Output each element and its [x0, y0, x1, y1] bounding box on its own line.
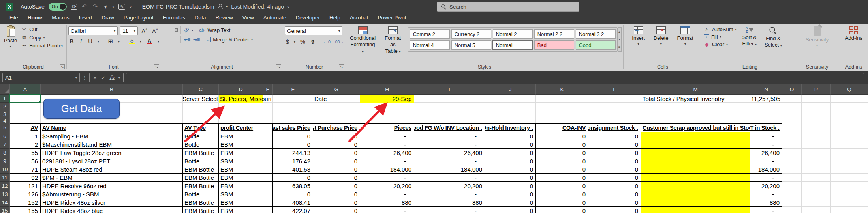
table-cell-E9[interactable] — [263, 157, 273, 165]
table-cell-L14[interactable]: 0 — [588, 198, 641, 207]
touch-mode-caret-icon[interactable]: ∨ — [112, 5, 115, 9]
cell-C1[interactable]: Server Select — [183, 95, 219, 103]
grid-cell-Q11[interactable] — [831, 174, 868, 182]
table-cell-G10[interactable]: 0 — [313, 165, 360, 174]
grid-cell-C3[interactable] — [183, 110, 219, 118]
find-select-button[interactable]: Find &Select ▾ — [762, 25, 784, 50]
row-header-10[interactable]: 10 — [0, 165, 10, 174]
grid-cell-O7[interactable] — [782, 140, 802, 149]
gallery-up-icon[interactable]: ▴ — [618, 30, 620, 34]
table-cell-A5[interactable]: AV — [10, 123, 41, 132]
grid-cell-O8[interactable] — [782, 149, 802, 157]
column-header-D[interactable]: D — [219, 84, 263, 95]
table-cell-B15[interactable]: HDPE Ridex 48oz blue — [41, 207, 183, 213]
increase-indent-button[interactable]: ⇥≡ — [193, 37, 200, 42]
table-cell-M5[interactable]: Customer Scrap approved but still in Sto… — [641, 123, 750, 132]
grid-cell-D2[interactable] — [219, 103, 263, 110]
table-cell-C10[interactable]: EBM Bottle — [183, 165, 219, 174]
orientation-button[interactable]: ab — [182, 26, 190, 34]
grid-cell-P10[interactable] — [802, 165, 831, 174]
grid-cell-P13[interactable] — [802, 190, 831, 198]
excel-logo-icon[interactable]: X — [6, 3, 13, 11]
tab-insert[interactable]: Insert — [75, 13, 96, 23]
style-normal-2[interactable]: Normal 2 — [493, 29, 533, 39]
table-cell-M8[interactable] — [641, 149, 750, 157]
table-cell-J11[interactable]: 0 — [485, 174, 536, 182]
table-cell-C11[interactable]: EBM Bottle — [183, 174, 219, 182]
table-cell-I14[interactable]: 880 — [414, 198, 485, 207]
row-header-7[interactable]: 7 — [0, 140, 10, 149]
table-cell-K10[interactable]: 0 — [536, 165, 588, 174]
table-cell-N13[interactable]: - — [750, 190, 782, 198]
table-cell-L13[interactable]: 0 — [588, 190, 641, 198]
grid-cell-L1[interactable] — [588, 95, 641, 103]
grid-cell-J1[interactable] — [485, 95, 536, 103]
grid-cell-O15[interactable] — [782, 207, 802, 213]
grid-cell-O1[interactable] — [782, 95, 802, 103]
cell-G1[interactable]: Date — [314, 95, 361, 103]
align-left-button[interactable] — [163, 38, 166, 41]
table-cell-C14[interactable]: EBM Bottle — [183, 198, 219, 207]
grid-cell-K4[interactable] — [536, 118, 588, 123]
table-cell-G13[interactable]: 0 — [313, 190, 360, 198]
table-cell-D15[interactable]: EBM — [219, 207, 263, 213]
grid-cell-Q6[interactable] — [831, 132, 868, 140]
font-dialog-launcher-icon[interactable]: ↘ — [154, 64, 159, 69]
table-cell-J14[interactable]: 0 — [485, 198, 536, 207]
table-cell-A10[interactable]: 71 — [10, 165, 41, 174]
table-cell-A8[interactable]: 55 — [10, 149, 41, 157]
grid-cell-A4[interactable] — [10, 118, 41, 123]
tab-developer[interactable]: Developer — [292, 13, 324, 23]
row-header-9[interactable]: 9 — [0, 157, 10, 165]
style-normal-2-2[interactable]: Normal 2 2 — [534, 29, 574, 39]
tab-view[interactable]: View — [239, 13, 258, 23]
table-cell-A15[interactable]: 155 — [10, 207, 41, 213]
row-header-5[interactable]: 5 — [0, 123, 10, 132]
grid-cell-A2[interactable] — [10, 103, 41, 110]
grid-cell-O11[interactable] — [782, 174, 802, 182]
table-cell-D13[interactable]: SBM — [219, 190, 263, 198]
table-cell-G11[interactable]: 0 — [313, 174, 360, 182]
font-size-combo[interactable]: 11▾ — [120, 26, 138, 35]
name-box[interactable]: A1 ▾ — [2, 73, 80, 82]
comma-style-button[interactable]: 9 — [310, 39, 316, 45]
italic-button[interactable]: I — [79, 38, 83, 45]
touch-mode-icon[interactable]: ➤ — [102, 3, 109, 10]
grid-cell-A3[interactable] — [10, 110, 41, 118]
table-cell-G5[interactable]: Last Purchase Price — [313, 123, 360, 132]
column-header-P[interactable]: P — [802, 84, 831, 95]
tab-file[interactable]: File — [6, 13, 22, 23]
grid-cell-P15[interactable] — [802, 207, 831, 213]
grid-cell-G4[interactable] — [313, 118, 360, 123]
table-cell-A7[interactable]: 2 — [10, 140, 41, 149]
table-cell-B7[interactable]: $Maschinenstillstand EBM — [41, 140, 183, 149]
table-cell-B12[interactable]: HDPE Resolve 96oz red — [41, 182, 183, 190]
grid-cell-I4[interactable] — [414, 118, 485, 123]
grid-cell-P14[interactable] — [802, 198, 831, 207]
table-cell-K13[interactable]: 0 — [536, 190, 588, 198]
grid-cell-P4[interactable] — [802, 118, 831, 123]
bold-button[interactable]: B — [68, 38, 75, 45]
decrease-font-button[interactable]: A˅ — [151, 28, 159, 34]
table-cell-E13[interactable] — [263, 190, 273, 198]
grid-cell-N2[interactable] — [750, 103, 782, 110]
grid-cell-J3[interactable] — [485, 110, 536, 118]
undo-icon[interactable]: ↶ — [81, 4, 88, 10]
grid-cell-F2[interactable] — [273, 103, 313, 110]
grid-cell-P8[interactable] — [802, 149, 831, 157]
underline-caret-icon[interactable]: ▾ — [98, 40, 99, 43]
table-cell-H13[interactable]: - — [360, 190, 414, 198]
currency-caret-icon[interactable]: ▾ — [294, 40, 295, 44]
enter-icon[interactable]: ✓ — [101, 75, 105, 81]
table-cell-G15[interactable]: 0 — [313, 207, 360, 213]
paste-button[interactable]: Paste ▾ — [2, 25, 19, 50]
grid-cell-P1[interactable] — [802, 95, 831, 103]
grid-cell-K1[interactable] — [536, 95, 588, 103]
row-header-12[interactable]: 12 — [0, 182, 10, 190]
table-cell-J8[interactable]: 0 — [485, 149, 536, 157]
table-cell-K5[interactable]: COA-INV — [536, 123, 588, 132]
grid-cell-Q5[interactable] — [831, 123, 868, 132]
grid-cell-Q9[interactable] — [831, 157, 868, 165]
tab-review[interactable]: Review — [211, 13, 237, 23]
grid-cell-Q10[interactable] — [831, 165, 868, 174]
